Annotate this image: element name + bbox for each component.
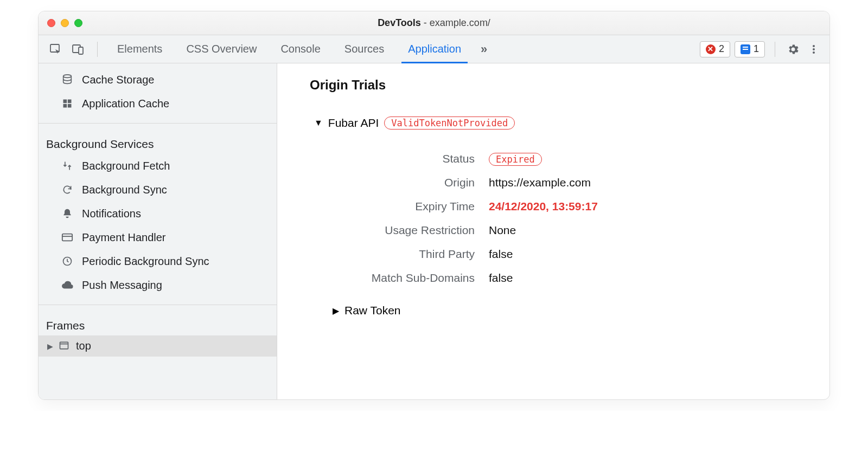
devtools-window: DevTools - example.com/ Elements	[38, 11, 830, 400]
tab-application[interactable]: Application	[396, 35, 473, 63]
kv-key: Third Party	[328, 248, 475, 261]
window-title-url: example.com/	[430, 17, 490, 28]
origin-trial-name: Fubar API	[328, 117, 379, 130]
panel-tabs: Elements CSS Overview Console Sources Ap…	[105, 35, 495, 63]
separator	[775, 42, 775, 57]
status-badge: ValidTokenNotProvided	[384, 117, 515, 130]
sidebar-item-background-sync[interactable]: Background Sync	[39, 178, 277, 202]
kv-value: None	[489, 224, 516, 237]
svg-point-4	[813, 48, 815, 50]
raw-token-label: Raw Token	[344, 304, 401, 317]
tab-elements[interactable]: Elements	[105, 35, 174, 63]
inspect-element-icon[interactable]	[46, 40, 65, 59]
svg-point-6	[63, 75, 72, 78]
kv-value: Expired	[489, 152, 542, 165]
grid-icon	[60, 96, 74, 111]
svg-rect-13	[60, 342, 68, 349]
sidebar-item-payment-handler[interactable]: Payment Handler	[39, 225, 277, 249]
sidebar-heading-frames: Frames	[39, 313, 277, 335]
window-title: DevTools - example.com/	[39, 17, 829, 29]
sidebar-item-push-messaging[interactable]: Push Messaging	[39, 273, 277, 297]
sidebar-item-label: Push Messaging	[82, 276, 162, 294]
raw-token-row[interactable]: ▶ Raw Token	[333, 304, 797, 317]
sidebar-item-label: Payment Handler	[82, 229, 166, 246]
kv-row-origin: Origin https://example.com	[328, 171, 797, 195]
kv-row-expiry: Expiry Time 24/12/2020, 13:59:17	[328, 195, 797, 218]
fetch-icon	[60, 159, 74, 173]
panel-body: Cache Storage Application Cache Backgrou…	[39, 63, 829, 399]
tab-css-overview[interactable]: CSS Overview	[174, 35, 269, 63]
kv-row-status: Status Expired	[328, 147, 797, 171]
sidebar-heading-background-services: Background Services	[39, 131, 277, 154]
sidebar-item-label: Application Cache	[82, 95, 169, 112]
origin-trial-row[interactable]: ▼ Fubar API ValidTokenNotProvided	[314, 117, 797, 130]
sidebar-item-periodic-background-sync[interactable]: Periodic Background Sync	[39, 249, 277, 273]
kebab-icon	[808, 44, 819, 55]
sidebar-item-label: Periodic Background Sync	[82, 253, 209, 270]
issue-icon	[741, 44, 750, 54]
sidebar-frames-section: Frames	[39, 308, 277, 335]
svg-rect-2	[79, 47, 83, 54]
tab-console[interactable]: Console	[269, 35, 332, 63]
titlebar: DevTools - example.com/	[39, 11, 829, 35]
kv-key: Match Sub-Domains	[328, 271, 475, 285]
origin-trial-details: Status Expired Origin https://example.co…	[328, 147, 797, 290]
svg-point-5	[813, 51, 815, 54]
expand-triangle-icon: ▶	[333, 306, 339, 316]
frame-icon	[59, 340, 71, 352]
error-count: 2	[719, 43, 724, 55]
sidebar-item-label: Cache Storage	[82, 71, 154, 88]
sidebar-item-cache-storage[interactable]: Cache Storage	[39, 68, 277, 92]
separator	[97, 42, 98, 57]
kv-value: false	[489, 271, 513, 285]
sync-icon	[60, 183, 74, 197]
window-title-app: DevTools	[378, 17, 421, 28]
kv-value: https://example.com	[489, 176, 591, 189]
bell-icon	[60, 206, 74, 221]
kv-key: Usage Restriction	[328, 224, 475, 237]
sidebar-item-notifications[interactable]: Notifications	[39, 202, 277, 225]
settings-button[interactable]	[785, 41, 801, 57]
sidebar-item-background-fetch[interactable]: Background Fetch	[39, 154, 277, 178]
kv-row-match-subdomains: Match Sub-Domains false	[328, 266, 797, 290]
svg-rect-10	[68, 104, 72, 108]
sidebar-item-label: Notifications	[82, 205, 141, 222]
tabstrip-left-tools	[43, 40, 103, 59]
tab-sources[interactable]: Sources	[333, 35, 396, 63]
more-tabs-button[interactable]: »	[473, 35, 495, 63]
application-sidebar: Cache Storage Application Cache Backgrou…	[39, 63, 277, 399]
issue-count: 1	[754, 43, 759, 55]
sidebar-item-frame-top[interactable]: ▶ top	[39, 335, 277, 357]
error-icon: ✕	[706, 44, 716, 54]
issues-indicator[interactable]: 1	[735, 41, 765, 57]
sidebar-item-label: Background Fetch	[82, 157, 170, 174]
errors-indicator[interactable]: ✕ 2	[700, 41, 730, 57]
sidebar-background-section: Background Services Background Fetch Bac…	[39, 127, 277, 301]
svg-rect-9	[63, 104, 67, 108]
sidebar-item-label: Background Sync	[82, 181, 167, 198]
more-options-button[interactable]	[806, 41, 822, 57]
kv-value: false	[489, 248, 513, 261]
credit-card-icon	[60, 230, 74, 244]
svg-point-3	[813, 45, 815, 47]
tabstrip-right-tools: ✕ 2 1	[700, 41, 825, 57]
kv-row-third-party: Third Party false	[328, 242, 797, 266]
svg-rect-7	[63, 100, 67, 104]
kv-key: Status	[328, 152, 475, 165]
svg-rect-8	[68, 100, 72, 104]
sidebar-item-label: top	[76, 340, 91, 352]
sidebar-divider	[39, 305, 277, 305]
cloud-icon	[60, 278, 74, 292]
kv-key: Origin	[328, 176, 475, 189]
gear-icon	[787, 43, 800, 56]
database-icon	[60, 73, 74, 87]
page-title: Origin Trials	[310, 77, 797, 93]
main-content: Origin Trials ▼ Fubar API ValidTokenNotP…	[277, 63, 829, 399]
tabstrip: Elements CSS Overview Console Sources Ap…	[39, 35, 829, 63]
sidebar-item-application-cache[interactable]: Application Cache	[39, 92, 277, 115]
sidebar-cache-section: Cache Storage Application Cache	[39, 63, 277, 120]
chevrons-right-icon: »	[481, 42, 487, 56]
toggle-device-toolbar-icon[interactable]	[69, 40, 87, 59]
clock-icon	[60, 254, 74, 268]
kv-key: Expiry Time	[328, 200, 475, 213]
